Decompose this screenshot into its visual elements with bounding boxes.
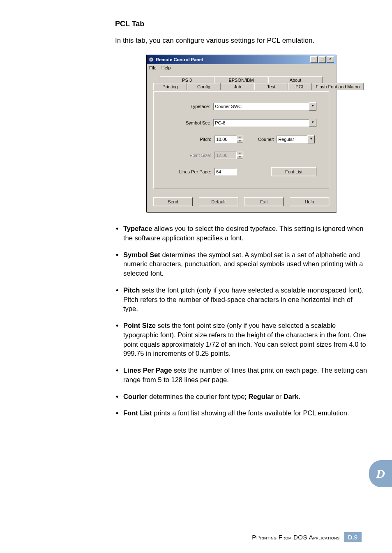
section-side-tab: D bbox=[369, 460, 392, 487]
tab-ps3[interactable]: PS 3 bbox=[160, 76, 214, 83]
tab-printing[interactable]: Printing bbox=[153, 83, 187, 90]
list-item: Pitch sets the font pitch (only if you h… bbox=[115, 286, 367, 313]
list-item: Courier determines the courier font type… bbox=[115, 392, 367, 401]
tab-panel: Typeface: ▼ Symbol Set: ▼ Pitch: ▲▼ Cour… bbox=[153, 91, 329, 189]
page-number: D.9 bbox=[344, 532, 362, 542]
typeface-select[interactable] bbox=[213, 103, 309, 110]
list-item: Typeface allows you to select the desire… bbox=[115, 224, 367, 243]
window-title: Remote Control Panel bbox=[156, 57, 203, 62]
pitch-stepper[interactable]: ▲▼ bbox=[237, 136, 243, 143]
tab-job[interactable]: Job bbox=[221, 83, 254, 90]
tab-test[interactable]: Test bbox=[254, 83, 288, 90]
tab-epsonibm[interactable]: EPSON/IBM bbox=[214, 76, 268, 83]
pointsize-stepper: ▲▼ bbox=[237, 152, 243, 159]
svg-point-1 bbox=[150, 59, 152, 60]
symbolset-label: Symbol Set: bbox=[166, 120, 213, 125]
lpp-input[interactable] bbox=[214, 168, 237, 175]
list-item: Lines Per Page sets the number of lines … bbox=[115, 366, 367, 385]
tab-strip: PS 3 EPSON/IBM About Printing Config Job… bbox=[153, 76, 329, 91]
close-button[interactable]: × bbox=[327, 56, 334, 63]
send-button[interactable]: Send bbox=[153, 197, 193, 206]
pointsize-input bbox=[214, 152, 237, 159]
courier-select[interactable] bbox=[277, 136, 308, 143]
default-button[interactable]: Default bbox=[199, 197, 238, 206]
minimize-button[interactable]: _ bbox=[310, 56, 318, 63]
tab-config[interactable]: Config bbox=[187, 83, 221, 90]
lpp-label: Lines Per Page: bbox=[166, 169, 214, 174]
fontlist-button[interactable]: Font List bbox=[271, 167, 316, 176]
help-button[interactable]: Help bbox=[290, 197, 329, 206]
tab-about[interactable]: About bbox=[268, 76, 323, 83]
tab-pcl[interactable]: PCL bbox=[288, 83, 312, 90]
typeface-label: Typeface: bbox=[166, 104, 213, 109]
pitch-input[interactable] bbox=[214, 136, 237, 143]
tab-flashfont[interactable]: Flash Font and Macro bbox=[312, 83, 364, 90]
courier-label: Courier: bbox=[258, 137, 274, 142]
menu-bar: File Help bbox=[147, 64, 336, 71]
chevron-down-icon[interactable]: ▼ bbox=[307, 135, 315, 143]
menu-file[interactable]: File bbox=[149, 65, 157, 70]
exit-button[interactable]: Exit bbox=[244, 197, 284, 206]
list-item: Font List prints a font list showing all… bbox=[115, 408, 367, 418]
pitch-label: Pitch: bbox=[166, 137, 214, 142]
maximize-button[interactable]: □ bbox=[318, 56, 326, 63]
chevron-down-icon[interactable]: ▼ bbox=[309, 119, 316, 127]
section-heading: PCL Tab bbox=[115, 20, 367, 28]
symbolset-select[interactable] bbox=[213, 119, 309, 127]
chevron-down-icon[interactable]: ▼ bbox=[309, 102, 316, 111]
dialog-window: Remote Control Panel _ □ × File Help PS … bbox=[146, 55, 336, 212]
pointsize-label: Point Size: bbox=[166, 153, 214, 158]
footer-text: PPrinting From DOS Applications bbox=[252, 534, 339, 541]
bullet-list: Typeface allows you to select the desire… bbox=[115, 224, 367, 418]
list-item: Symbol Set determines the symbol set. A … bbox=[115, 250, 367, 278]
app-icon bbox=[148, 57, 154, 62]
title-bar: Remote Control Panel _ □ × bbox=[147, 55, 336, 64]
intro-text: In this tab, you can configure various s… bbox=[115, 37, 367, 45]
menu-help[interactable]: Help bbox=[161, 65, 171, 70]
page-footer: PPrinting From DOS Applications D.9 bbox=[252, 532, 362, 542]
list-item: Point Size sets the font point size (onl… bbox=[115, 321, 367, 358]
